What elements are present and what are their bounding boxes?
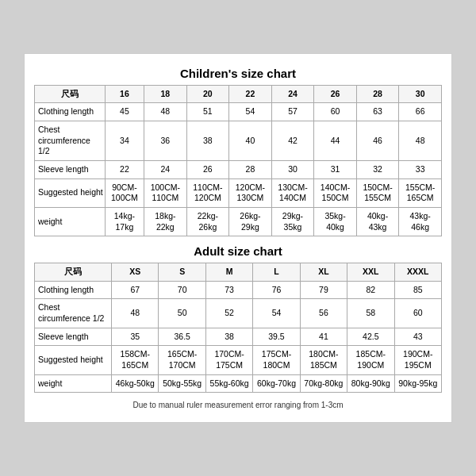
- table-cell: 38: [205, 328, 252, 346]
- table-cell: 190CM-195CM: [394, 346, 442, 374]
- table-cell: 35kg-40kg: [314, 207, 357, 236]
- table-cell: 41: [300, 328, 347, 346]
- table-cell: 48: [144, 103, 187, 121]
- table-cell: 36: [144, 121, 187, 161]
- table-cell: 158CM-165CM: [112, 346, 159, 374]
- table-cell: 175CM-180CM: [253, 346, 300, 374]
- table-cell: 36.5: [159, 328, 205, 346]
- column-header: XXL: [347, 263, 394, 282]
- table-cell: 150CM-155CM: [356, 178, 399, 207]
- adult-table: 尺码XSSMLXLXXLXXXL Clothing length67707376…: [34, 263, 442, 393]
- table-cell: 30: [271, 160, 314, 178]
- table-cell: 73: [205, 281, 252, 299]
- table-cell: 60: [394, 299, 442, 328]
- table-cell: 85: [394, 281, 442, 299]
- column-header: 18: [144, 85, 187, 103]
- row-label: weight: [35, 374, 112, 393]
- row-label: Clothing length: [35, 281, 112, 299]
- table-cell: 66: [399, 103, 442, 121]
- table-cell: 54: [229, 103, 272, 121]
- table-cell: 140CM-150CM: [314, 178, 357, 207]
- column-header: 尺码: [35, 263, 112, 282]
- table-cell: 39.5: [253, 328, 300, 346]
- table-cell: 79: [300, 281, 347, 299]
- table-cell: 38: [186, 121, 229, 161]
- table-cell: 110CM-120CM: [186, 178, 229, 207]
- table-cell: 155CM-165CM: [399, 178, 442, 207]
- table-cell: 44: [314, 121, 357, 161]
- table-cell: 76: [253, 281, 300, 299]
- table-cell: 46: [356, 121, 399, 161]
- table-cell: 70kg-80kg: [300, 374, 347, 393]
- table-cell: 32: [356, 160, 399, 178]
- table-cell: 70: [159, 281, 205, 299]
- table-cell: 63: [356, 103, 399, 121]
- row-label: Sleeve length: [35, 160, 106, 178]
- table-cell: 43kg-46kg: [399, 207, 442, 236]
- table-cell: 24: [144, 160, 187, 178]
- adult-section-title: Adult size chart: [34, 244, 442, 258]
- table-cell: 26kg-29kg: [229, 207, 272, 236]
- table-cell: 51: [186, 103, 229, 121]
- table-cell: 180CM-185CM: [300, 346, 347, 374]
- column-header: 22: [229, 85, 272, 103]
- table-cell: 29kg-35kg: [271, 207, 314, 236]
- row-label: Sleeve length: [35, 328, 112, 346]
- table-cell: 35: [112, 328, 159, 346]
- table-cell: 185CM-190CM: [347, 346, 394, 374]
- row-label: Chest circumference 1/2: [35, 121, 106, 161]
- table-cell: 43: [394, 328, 442, 346]
- table-cell: 22kg-26kg: [186, 207, 229, 236]
- row-label: Suggested height: [35, 346, 112, 374]
- column-header: 16: [105, 85, 144, 103]
- table-cell: 120CM-130CM: [229, 178, 272, 207]
- column-header: 24: [271, 85, 314, 103]
- column-header: 30: [399, 85, 442, 103]
- table-cell: 40: [229, 121, 272, 161]
- table-cell: 55kg-60kg: [205, 374, 252, 393]
- table-cell: 18kg-22kg: [144, 207, 187, 236]
- table-cell: 57: [271, 103, 314, 121]
- table-cell: 58: [347, 299, 394, 328]
- column-header: S: [159, 263, 205, 282]
- column-header: 26: [314, 85, 357, 103]
- table-cell: 52: [205, 299, 252, 328]
- table-cell: 31: [314, 160, 357, 178]
- table-cell: 42: [271, 121, 314, 161]
- table-cell: 22: [105, 160, 144, 178]
- column-header: XL: [300, 263, 347, 282]
- table-cell: 165CM-170CM: [159, 346, 205, 374]
- table-cell: 46kg-50kg: [112, 374, 159, 393]
- table-cell: 40kg-43kg: [356, 207, 399, 236]
- column-header: L: [253, 263, 300, 282]
- table-cell: 48: [112, 299, 159, 328]
- row-label: Clothing length: [35, 103, 106, 121]
- table-cell: 90kg-95kg: [394, 374, 442, 393]
- table-cell: 50: [159, 299, 205, 328]
- column-header: M: [205, 263, 252, 282]
- row-label: Suggested height: [35, 178, 106, 207]
- table-cell: 54: [253, 299, 300, 328]
- table-cell: 34: [105, 121, 144, 161]
- size-chart-card: Children's size chart 尺码1618202224262830…: [24, 53, 452, 424]
- table-cell: 14kg-17kg: [105, 207, 144, 236]
- table-cell: 60: [314, 103, 357, 121]
- column-header: XXXL: [394, 263, 442, 282]
- table-cell: 45: [105, 103, 144, 121]
- table-cell: 33: [399, 160, 442, 178]
- column-header: XS: [112, 263, 159, 282]
- table-cell: 56: [300, 299, 347, 328]
- table-cell: 90CM-100CM: [105, 178, 144, 207]
- table-cell: 48: [399, 121, 442, 161]
- table-cell: 80kg-90kg: [347, 374, 394, 393]
- table-cell: 50kg-55kg: [159, 374, 205, 393]
- column-header: 20: [186, 85, 229, 103]
- table-cell: 67: [112, 281, 159, 299]
- table-cell: 42.5: [347, 328, 394, 346]
- table-cell: 82: [347, 281, 394, 299]
- column-header: 尺码: [35, 85, 106, 103]
- table-cell: 170CM-175CM: [205, 346, 252, 374]
- table-cell: 60kg-70kg: [253, 374, 300, 393]
- row-label: Chest circumference 1/2: [35, 299, 112, 328]
- children-table: 尺码1618202224262830 Clothing length454851…: [34, 85, 442, 236]
